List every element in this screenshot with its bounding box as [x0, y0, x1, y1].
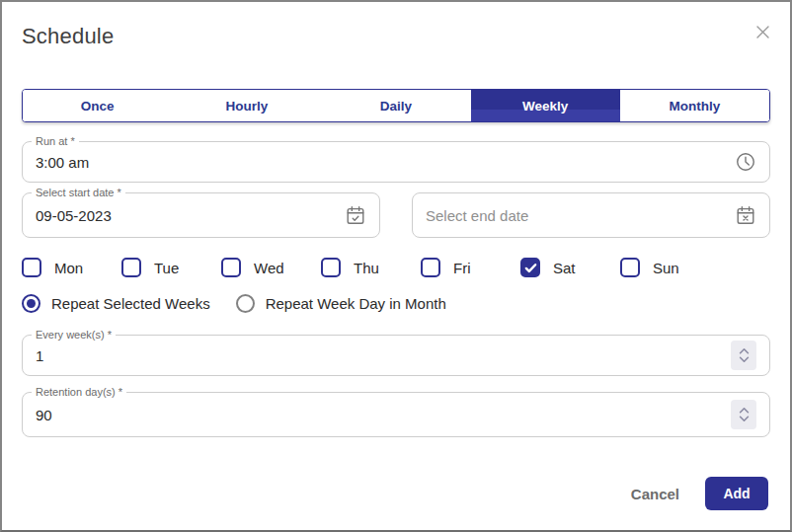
- checkbox-icon[interactable]: [321, 258, 341, 277]
- weekday-checkbox-sat[interactable]: Sat: [520, 258, 620, 277]
- run-at-label: Run at *: [32, 134, 79, 148]
- weekday-label: Fri: [453, 260, 471, 276]
- calendar-x-icon[interactable]: [735, 204, 756, 226]
- retention-days-label: Retention day(s) *: [32, 385, 126, 399]
- chevron-up-icon: [739, 347, 750, 354]
- weekday-checkbox-fri[interactable]: Fri: [421, 258, 520, 277]
- add-button[interactable]: Add: [705, 477, 768, 510]
- weekday-checkbox-tue[interactable]: Tue: [121, 258, 221, 277]
- checkbox-icon[interactable]: [421, 258, 440, 277]
- schedule-frequency-tabs: Once Hourly Daily Weekly Monthly: [22, 89, 770, 122]
- weekday-checkbox-sun[interactable]: Sun: [620, 258, 720, 277]
- chevron-down-icon: [739, 416, 750, 422]
- cancel-button[interactable]: Cancel: [631, 486, 679, 502]
- close-button[interactable]: [752, 24, 772, 43]
- retention-days-value: 90: [36, 407, 52, 423]
- dialog-title: Schedule: [22, 24, 770, 49]
- dialog-footer: Cancel Add: [631, 477, 768, 510]
- every-weeks-field[interactable]: Every week(s) * 1: [22, 335, 770, 376]
- retention-days-stepper[interactable]: [731, 400, 756, 429]
- checkbox-icon[interactable]: [22, 258, 41, 277]
- start-date-value: 09-05-2023: [36, 207, 112, 224]
- tab-once[interactable]: Once: [23, 90, 172, 121]
- weekday-label: Sun: [653, 260, 679, 276]
- tab-hourly[interactable]: Hourly: [172, 90, 321, 121]
- weekday-label: Wed: [254, 260, 284, 276]
- tab-monthly[interactable]: Monthly: [620, 90, 769, 121]
- checkbox-checked-icon[interactable]: [520, 258, 540, 277]
- weekday-label: Thu: [354, 260, 379, 276]
- weekday-checkbox-thu[interactable]: Thu: [321, 258, 421, 277]
- start-date-field[interactable]: Select start date * 09-05-2023: [22, 192, 380, 238]
- radio-label: Repeat Week Day in Month: [266, 295, 446, 312]
- radio-selected-icon[interactable]: [22, 294, 40, 313]
- repeat-mode-radio-group: Repeat Selected Weeks Repeat Week Day in…: [22, 293, 770, 313]
- close-icon: [755, 25, 770, 42]
- weekday-checkbox-wed[interactable]: Wed: [221, 258, 321, 277]
- schedule-dialog: Schedule Once Hourly Daily Weekly Monthl…: [0, 0, 792, 532]
- run-at-value: 3:00 am: [36, 154, 89, 171]
- radio-repeat-week-day-in-month[interactable]: Repeat Week Day in Month: [236, 294, 446, 313]
- weekday-checkbox-row: Mon Tue Wed Thu Fri Sat Sun: [22, 256, 770, 279]
- calendar-check-icon[interactable]: [345, 204, 366, 226]
- weekday-label: Tue: [154, 260, 179, 276]
- weekday-label: Sat: [553, 260, 576, 276]
- weekday-checkbox-mon[interactable]: Mon: [22, 258, 121, 277]
- weekday-label: Mon: [54, 260, 83, 276]
- chevron-up-icon: [739, 407, 750, 414]
- every-weeks-value: 1: [36, 347, 43, 364]
- checkbox-icon[interactable]: [620, 258, 640, 277]
- tab-weekly[interactable]: Weekly: [471, 90, 620, 121]
- tab-daily[interactable]: Daily: [321, 90, 470, 121]
- radio-unselected-icon[interactable]: [236, 294, 255, 313]
- checkbox-icon[interactable]: [121, 258, 141, 277]
- end-date-placeholder: Select end date: [426, 207, 528, 224]
- clock-icon[interactable]: [735, 151, 756, 173]
- run-at-field[interactable]: Run at * 3:00 am: [22, 141, 770, 183]
- radio-label: Repeat Selected Weeks: [51, 295, 210, 312]
- radio-repeat-selected-weeks[interactable]: Repeat Selected Weeks: [22, 294, 210, 313]
- end-date-field[interactable]: Select end date: [412, 192, 770, 238]
- date-range-row: Select start date * 09-05-2023 Select en…: [22, 192, 770, 238]
- retention-days-field[interactable]: Retention day(s) * 90: [22, 392, 770, 437]
- every-weeks-label: Every week(s) *: [32, 328, 116, 342]
- checkbox-icon[interactable]: [221, 258, 241, 277]
- start-date-label: Select start date *: [32, 186, 125, 199]
- chevron-down-icon: [739, 356, 750, 363]
- every-weeks-stepper[interactable]: [731, 341, 756, 370]
